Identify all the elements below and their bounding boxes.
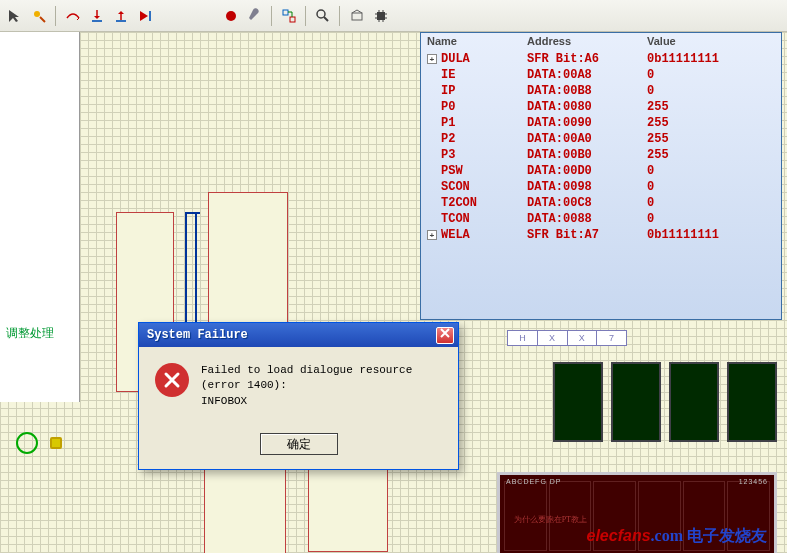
watch-address: DATA:00A0 (527, 132, 647, 146)
watch-row[interactable]: P1DATA:0090255 (421, 115, 781, 131)
watch-value: 0 (647, 196, 775, 210)
watch-address: DATA:00C8 (527, 196, 647, 210)
expand-icon[interactable]: + (427, 230, 437, 240)
watch-value: 0 (647, 68, 775, 82)
watch-value: 0 (647, 164, 775, 178)
tool-breakpoint-icon[interactable] (220, 5, 242, 27)
watch-col-value: Value (647, 35, 775, 47)
tool-run-icon[interactable] (28, 5, 50, 27)
svg-point-0 (34, 11, 40, 17)
tool-arrow-icon[interactable] (4, 5, 26, 27)
watch-row[interactable]: PSWDATA:00D00 (421, 163, 781, 179)
svg-rect-6 (290, 17, 295, 22)
svg-rect-1 (92, 20, 102, 22)
dialog-message-line2: INFOBOX (201, 394, 442, 409)
main-toolbar (0, 0, 787, 32)
watch-address: DATA:0080 (527, 100, 647, 114)
watch-name: IE (441, 68, 455, 82)
watch-name: PSW (441, 164, 463, 178)
watch-address: DATA:0098 (527, 180, 647, 194)
expand-icon[interactable]: + (427, 54, 437, 64)
watch-row[interactable]: P3DATA:00B0255 (421, 147, 781, 163)
watch-col-name: Name (427, 35, 527, 47)
watch-row[interactable]: T2CONDATA:00C80 (421, 195, 781, 211)
watch-value: 0 (647, 180, 775, 194)
watch-row[interactable]: +DULASFR Bit:A60b11111111 (421, 51, 781, 67)
mini-grid: H X X 7 (507, 330, 627, 346)
side-panel-label: 调整处理 (6, 325, 54, 342)
seven-seg-unit[interactable] (553, 362, 603, 442)
dialog-body: Failed to load dialogue resource (error … (139, 347, 458, 425)
watch-value: 0b11111111 (647, 228, 775, 242)
mini-cell: H (508, 331, 538, 345)
tool-find-icon[interactable] (312, 5, 334, 27)
seven-seg-row-top (553, 362, 777, 442)
watch-name: T2CON (441, 196, 477, 210)
dialog-button-row: 确定 (139, 425, 458, 469)
watermark-suffix: .com 电子发烧友 (651, 527, 767, 544)
svg-point-4 (226, 11, 236, 21)
watch-address: DATA:00A8 (527, 68, 647, 82)
component-led[interactable] (16, 432, 38, 454)
watch-name: TCON (441, 212, 470, 226)
close-button[interactable] (436, 327, 454, 344)
seven-seg-unit[interactable] (611, 362, 661, 442)
ok-button[interactable]: 确定 (260, 433, 338, 455)
watch-row[interactable]: +WELASFR Bit:A70b11111111 (421, 227, 781, 243)
seven-seg-unit[interactable] (669, 362, 719, 442)
toolbar-separator (271, 6, 273, 26)
svg-rect-8 (352, 13, 362, 20)
watch-address: SFR Bit:A6 (527, 52, 647, 66)
svg-rect-5 (283, 10, 288, 15)
watch-value: 255 (647, 116, 775, 130)
tool-step-into-icon[interactable] (86, 5, 108, 27)
chip-u4[interactable] (204, 462, 286, 553)
chip-u3[interactable] (308, 462, 388, 552)
watch-row[interactable]: SCONDATA:00980 (421, 179, 781, 195)
watch-row[interactable]: IPDATA:00B80 (421, 83, 781, 99)
wire (185, 212, 200, 214)
watch-header: Name Address Value (421, 33, 781, 49)
tool-run-to-icon[interactable] (134, 5, 156, 27)
seg-label-right: 123456 (739, 478, 768, 485)
tool-wrench-icon[interactable] (244, 5, 266, 27)
dialog-title-text: System Failure (147, 328, 436, 342)
watch-address: DATA:00D0 (527, 164, 647, 178)
mini-cell: X (568, 331, 598, 345)
watch-name: P2 (441, 132, 455, 146)
watch-row[interactable]: P0DATA:0080255 (421, 99, 781, 115)
watch-address: DATA:0090 (527, 116, 647, 130)
error-icon (155, 363, 189, 397)
dialog-titlebar[interactable]: System Failure (139, 323, 458, 347)
tool-chip-icon[interactable] (370, 5, 392, 27)
component-d1[interactable] (50, 437, 62, 449)
watch-value: 0b11111111 (647, 52, 775, 66)
watch-row[interactable]: IEDATA:00A80 (421, 67, 781, 83)
watch-row[interactable]: P2DATA:00A0255 (421, 131, 781, 147)
svg-point-7 (317, 10, 325, 18)
dialog-message: Failed to load dialogue resource (error … (201, 363, 442, 409)
watch-value: 0 (647, 212, 775, 226)
watch-window[interactable]: Name Address Value +DULASFR Bit:A60b1111… (420, 32, 782, 320)
tool-step-out-icon[interactable] (110, 5, 132, 27)
tool-step-over-icon[interactable] (62, 5, 84, 27)
watch-name: DULA (441, 52, 470, 66)
watch-name: P1 (441, 116, 455, 130)
tool-connect-icon[interactable] (278, 5, 300, 27)
watch-row[interactable]: TCONDATA:00880 (421, 211, 781, 227)
watch-body: +DULASFR Bit:A60b11111111IEDATA:00A80IPD… (421, 49, 781, 245)
watch-name: P3 (441, 148, 455, 162)
schematic-canvas[interactable]: 调整处理 ABCDEFG DP 123456 H X X 7 Name Ad (0, 32, 787, 553)
error-dialog: System Failure Failed to load dialogue r… (138, 322, 459, 470)
watch-address: DATA:0088 (527, 212, 647, 226)
seven-seg-unit[interactable] (727, 362, 777, 442)
watch-address: DATA:00B0 (527, 148, 647, 162)
toolbar-separator (55, 6, 57, 26)
svg-rect-9 (377, 12, 385, 20)
watch-value: 255 (647, 148, 775, 162)
mini-cell: X (538, 331, 568, 345)
chip-u2[interactable] (208, 192, 288, 342)
watch-col-address: Address (527, 35, 647, 47)
watch-name: IP (441, 84, 455, 98)
tool-box-icon[interactable] (346, 5, 368, 27)
